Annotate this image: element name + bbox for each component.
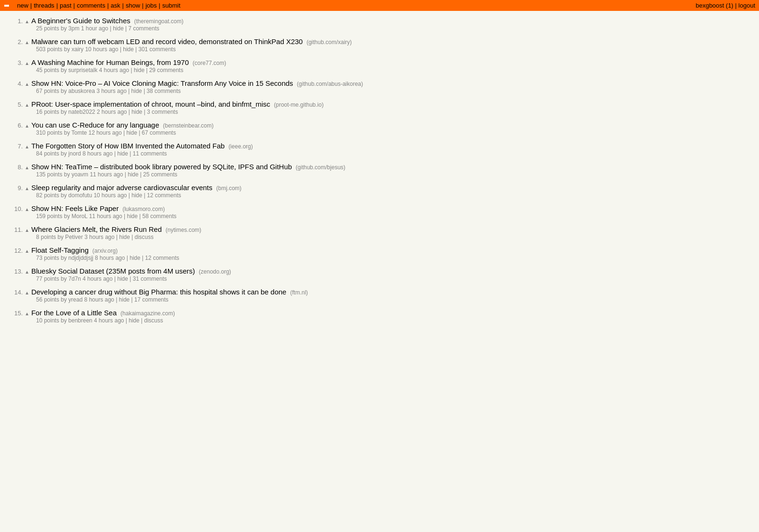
meta-sep: | [130,296,134,303]
comments-link[interactable]: discuss [144,317,163,324]
story-time: 3 hours ago [96,88,126,94]
story-meta: 135 points by yoavm 11 hours ago | hide … [36,171,750,178]
story-title-link[interactable]: For the Love of a Little Sea [31,309,117,317]
story-domain: (lukasmoro.com) [122,206,165,212]
story-item: 9.▲Sleep regularity and major adverse ca… [9,182,750,201]
hide-link[interactable]: hide [117,150,128,157]
upvote-icon[interactable]: ▲ [25,82,29,87]
upvote-icon[interactable]: ▲ [25,61,29,66]
hide-link[interactable]: hide [130,255,140,261]
story-item: 14.▲Developing a cancer drug without Big… [9,286,750,305]
hide-link[interactable]: hide [123,46,134,53]
story-title-link[interactable]: The Forgotten Story of How IBM Invented … [31,142,225,150]
upvote-icon[interactable]: ▲ [25,228,29,233]
nav-show[interactable]: show [126,2,140,9]
comments-link[interactable]: 31 comments [133,275,167,282]
upvote-icon[interactable]: ▲ [25,186,29,191]
meta-sep: | [124,317,129,324]
nav-submit[interactable]: submit [162,2,180,9]
story-title-link[interactable]: A Washing Machine for Human Beings, from… [31,58,189,66]
meta-sep: | [139,317,144,324]
story-time: 4 hours ago [83,275,112,282]
upvote-icon[interactable]: ▲ [25,248,29,254]
nav-jobs[interactable]: jobs [146,2,157,9]
nav-threads[interactable]: threads [34,2,54,9]
nav-sep-6: | [142,2,143,9]
story-title-link[interactable]: Show HN: TeaTime – distributed book libr… [31,163,292,171]
meta-sep: | [123,171,128,178]
hide-link[interactable]: hide [131,192,142,199]
logout-link[interactable]: logout [739,2,755,9]
comments-link[interactable]: 25 comments [143,171,177,178]
story-item: 13.▲Bluesky Social Dataset (235M posts f… [9,265,750,284]
comments-link[interactable]: 58 comments [142,213,176,220]
story-points: 503 points by xairy [36,46,85,53]
upvote-icon[interactable]: ▲ [25,311,29,316]
story-title-link[interactable]: Float Self-Tagging [31,246,89,254]
comments-link[interactable]: 301 comments [139,46,176,53]
hide-link[interactable]: hide [119,234,130,240]
upvote-icon[interactable]: ▲ [25,40,29,45]
story-time: 4 hours ago [99,67,129,73]
hide-link[interactable]: hide [131,109,142,115]
story-domain: (hakaimagazine.com) [120,310,175,317]
upvote-icon[interactable]: ▲ [25,102,29,108]
story-points: 159 points by MoroL [36,213,89,220]
comments-link[interactable]: 38 comments [147,88,181,94]
upvote-icon[interactable]: ▲ [25,269,29,275]
story-meta: 16 points by nateb2022 2 hours ago | hid… [36,109,750,115]
story-line: 14.▲Developing a cancer drug without Big… [9,288,750,296]
story-rank: 15. [9,310,23,317]
hide-link[interactable]: hide [134,67,145,73]
meta-sep: | [127,192,131,199]
nav-new[interactable]: new [17,2,28,9]
meta-sep: | [142,109,147,115]
story-title-link[interactable]: A Beginner's Guide to Switches [31,17,130,25]
comments-link[interactable]: 11 comments [133,150,167,157]
upvote-icon[interactable]: ▲ [25,144,29,149]
story-rank: 12. [9,247,23,254]
comments-link[interactable]: 17 comments [134,296,168,303]
hide-link[interactable]: hide [119,296,130,303]
story-title-link[interactable]: Malware can turn off webcam LED and reco… [31,37,303,46]
upvote-icon[interactable]: ▲ [25,165,29,170]
story-title-link[interactable]: Bluesky Social Dataset (235M posts from … [31,267,195,275]
nav-ask[interactable]: ask [111,2,120,9]
story-title-link[interactable]: Developing a cancer drug without Big Pha… [31,288,287,296]
story-title-link[interactable]: PRoot: User-space implementation of chro… [31,100,270,108]
upvote-icon[interactable]: ▲ [25,290,29,295]
user-profile-link[interactable]: bexgboost (1) [695,2,733,9]
meta-sep: | [124,25,129,32]
story-title-link[interactable]: Sleep regularity and major adverse cardi… [31,183,213,192]
hn-logo-icon[interactable] [4,4,9,7]
meta-sep: | [128,275,133,282]
story-title-link[interactable]: Where Glaciers Melt, the Rivers Run Red [31,225,162,233]
hide-link[interactable]: hide [129,317,139,324]
hide-link[interactable]: hide [131,88,142,94]
comments-link[interactable]: 29 comments [149,67,183,73]
meta-sep: | [125,255,130,261]
story-rank: 8. [9,164,23,171]
story-title-link[interactable]: Show HN: Voice-Pro – AI Voice Cloning Ma… [31,79,293,87]
hide-link[interactable]: hide [128,171,139,178]
comments-link[interactable]: 12 comments [145,255,179,261]
hide-link[interactable]: hide [126,129,137,136]
comments-link[interactable]: 7 comments [128,25,159,32]
nav-past[interactable]: past [60,2,72,9]
hide-link[interactable]: hide [117,275,128,282]
story-item: 7.▲The Forgotten Story of How IBM Invent… [9,140,750,159]
hide-link[interactable]: hide [127,213,138,220]
story-points: 84 points by jnord [36,150,83,157]
comments-link[interactable]: 3 comments [147,109,178,115]
story-title-link[interactable]: You can use C-Reduce for any language [31,121,159,129]
upvote-icon[interactable]: ▲ [25,207,29,212]
comments-link[interactable]: discuss [135,234,154,240]
upvote-icon[interactable]: ▲ [25,19,29,24]
nav-comments[interactable]: comments [77,2,105,9]
upvote-icon[interactable]: ▲ [25,123,29,128]
story-points: 25 points by 3pm [36,25,81,32]
comments-link[interactable]: 12 comments [147,192,181,199]
hide-link[interactable]: hide [113,25,124,32]
story-title-link[interactable]: Show HN: Feels Like Paper [31,204,119,212]
comments-link[interactable]: 67 comments [142,129,176,136]
